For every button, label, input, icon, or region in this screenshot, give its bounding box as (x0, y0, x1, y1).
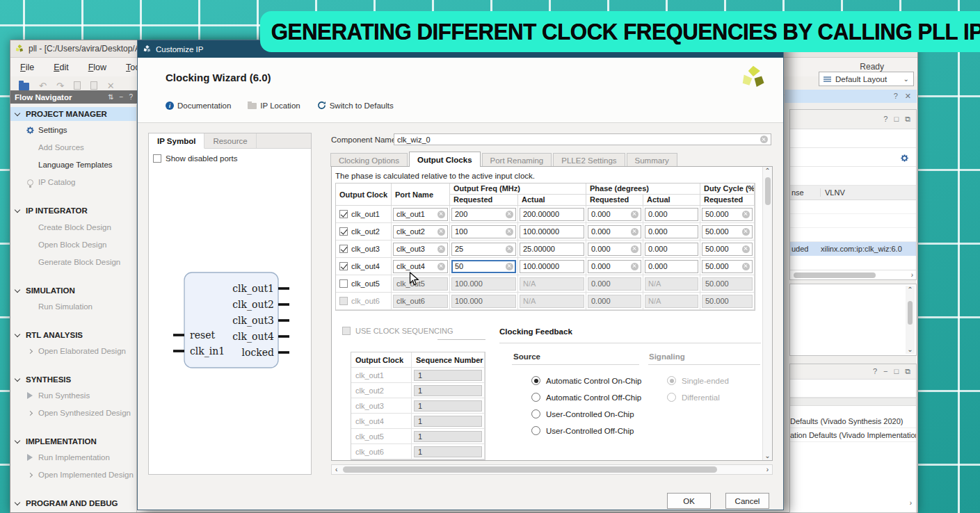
tab-resource[interactable]: Resource (204, 133, 256, 148)
sidebar-section-simulation[interactable]: SIMULATION (10, 284, 136, 298)
phase-requested-input[interactable]: 0.000 (588, 225, 641, 238)
clear-icon[interactable] (506, 228, 513, 236)
implementation-defaults-row[interactable]: ation Defaults (Vivado Implementation 2 (790, 428, 916, 442)
clear-icon[interactable] (437, 263, 445, 270)
component-name-input[interactable]: clk_wiz_0 (394, 133, 771, 145)
help-icon[interactable]: ? (894, 92, 898, 100)
tab-summary[interactable]: Summary (627, 153, 677, 167)
menu-flow[interactable]: Flow (88, 63, 106, 72)
radio-icon[interactable] (531, 409, 540, 418)
vertical-scrollbar[interactable]: ⌃ ⌄ (762, 167, 772, 460)
freq-requested-input-focused[interactable]: 50 (451, 260, 516, 273)
sidebar-section-program-and-debug[interactable]: PROGRAM AND DEBUG (10, 496, 136, 510)
help-icon[interactable]: ? (129, 93, 133, 101)
checkbox[interactable] (339, 227, 348, 236)
checkbox[interactable] (153, 154, 161, 163)
vlnv-column-header[interactable]: VLNV (821, 188, 845, 197)
license-column-header[interactable]: nse (790, 188, 821, 197)
clear-icon[interactable] (742, 228, 750, 236)
sidebar-item-ip-catalog[interactable]: IP Catalog (10, 175, 136, 189)
duty-requested-input[interactable]: 50.000 (702, 243, 753, 256)
sidebar-item-add-sources[interactable]: Add Sources (10, 140, 136, 154)
scrollbar-thumb[interactable] (343, 466, 717, 473)
clear-icon[interactable] (437, 228, 445, 236)
copy-icon[interactable] (74, 81, 81, 90)
sidebar-item-open-synthesized-design[interactable]: Open Synthesized Design (10, 406, 136, 420)
port-name-input[interactable]: clk_out1 (393, 208, 448, 221)
menu-file[interactable]: File (20, 63, 34, 72)
radio-icon[interactable] (531, 426, 540, 435)
close-icon[interactable]: ✕ (905, 92, 911, 100)
scroll-down-icon[interactable]: ⌄ (907, 345, 913, 354)
maximize-icon[interactable]: □ (894, 115, 899, 123)
vertical-scrollbar[interactable]: ⌃ ⌄ (906, 286, 915, 354)
phase-requested-input[interactable]: 0.000 (588, 260, 641, 273)
layout-selector[interactable]: Default Layout ⌄ (819, 72, 914, 86)
sidebar-item-run-simulation[interactable]: Run Simulation (10, 300, 136, 314)
clear-icon[interactable] (742, 211, 750, 218)
duty-requested-input[interactable]: 50.000 (702, 208, 753, 221)
checkbox[interactable] (339, 262, 348, 270)
scroll-right-icon[interactable]: › (763, 466, 772, 473)
sidebar-item-language-templates[interactable]: Language Templates (10, 158, 136, 172)
scroll-down-icon[interactable]: ⌄ (764, 452, 770, 460)
help-icon[interactable]: ? (883, 115, 887, 123)
phase-requested-input[interactable]: 0.000 (588, 208, 641, 221)
sidebar-item-run-synthesis[interactable]: Run Synthesis (10, 389, 136, 402)
scroll-up-icon[interactable]: ⌃ (907, 286, 913, 294)
scrollbar-thumb[interactable] (765, 177, 771, 205)
scrollbar-thumb[interactable] (794, 272, 876, 278)
scroll-right-icon[interactable]: › (911, 271, 913, 279)
help-icon[interactable]: ? (873, 368, 877, 375)
menu-edit[interactable]: Edit (54, 63, 69, 72)
sidebar-item-settings[interactable]: Settings (10, 123, 136, 137)
minimize-icon[interactable]: − (120, 93, 124, 101)
gear-icon[interactable] (900, 153, 909, 165)
duty-requested-input[interactable]: 50.000 (702, 260, 753, 273)
sidebar-item-run-implementation[interactable]: Run Implementation (10, 450, 136, 464)
checkbox[interactable] (339, 245, 348, 253)
clear-icon[interactable] (437, 245, 445, 253)
undo-icon[interactable]: ↶ (39, 81, 47, 90)
sidebar-section-synthesis[interactable]: SYNTHESIS (10, 373, 136, 386)
switch-to-defaults-link[interactable]: Switch to Defaults (317, 101, 394, 110)
radio-user-controlled-off-chip[interactable]: User-Controlled Off-Chip (531, 426, 634, 435)
freq-requested-input[interactable]: 100 (451, 225, 516, 238)
radio-automatic-control-on-chip[interactable]: Automatic Control On-Chip (531, 376, 641, 385)
phase-requested-input[interactable]: 0.000 (588, 243, 641, 256)
redo-icon[interactable]: ↷ (56, 81, 64, 90)
scroll-left-icon[interactable]: ‹ (332, 466, 341, 473)
clear-icon[interactable] (506, 211, 513, 218)
clear-icon[interactable] (760, 136, 768, 143)
sidebar-item-open-block-design[interactable]: Open Block Design (10, 238, 136, 252)
duty-requested-input[interactable]: 50.000 (702, 225, 753, 238)
port-name-input[interactable]: clk_out2 (393, 225, 448, 238)
sidebar-item-generate-block-design[interactable]: Generate Block Design (10, 255, 136, 269)
maximize-icon[interactable]: □ (894, 368, 899, 375)
tab-plle2-settings[interactable]: PLLE2 Settings (553, 153, 625, 167)
ip-location-link[interactable]: IP Location (248, 101, 300, 110)
freq-requested-input[interactable]: 200 (451, 208, 516, 221)
clear-icon[interactable] (631, 228, 638, 236)
radio-icon[interactable] (531, 376, 540, 385)
scroll-right-icon[interactable]: › (910, 499, 912, 507)
tab-ip-symbol[interactable]: IP Symbol (149, 133, 204, 149)
documentation-link[interactable]: i Documentation (166, 101, 231, 110)
port-name-input[interactable]: clk_out3 (393, 243, 448, 256)
horizontal-scrollbar[interactable]: › (790, 270, 916, 279)
sidebar-section-implementation[interactable]: IMPLEMENTATION (10, 434, 136, 448)
collapse-icon[interactable]: ⇅ (108, 93, 113, 101)
tab-output-clocks[interactable]: Output Clocks (409, 152, 481, 167)
show-disabled-ports[interactable]: Show disabled ports (149, 149, 311, 163)
scroll-up-icon[interactable]: ⌃ (764, 167, 770, 175)
clear-icon[interactable] (506, 263, 513, 270)
tab-port-renaming[interactable]: Port Renaming (482, 153, 552, 167)
synthesis-defaults-row[interactable]: Defaults (Vivado Synthesis 2020) (790, 414, 916, 428)
freq-requested-input[interactable]: 25 (451, 243, 516, 256)
tab-clocking-options[interactable]: Clocking Options (330, 153, 408, 167)
sidebar-section-rtl-analysis[interactable]: RTL ANALYSIS (10, 328, 136, 342)
float-icon[interactable]: ⧉ (905, 368, 910, 375)
float-icon[interactable]: ⧉ (905, 115, 910, 123)
clear-icon[interactable] (631, 211, 638, 218)
checkbox[interactable] (339, 279, 348, 288)
